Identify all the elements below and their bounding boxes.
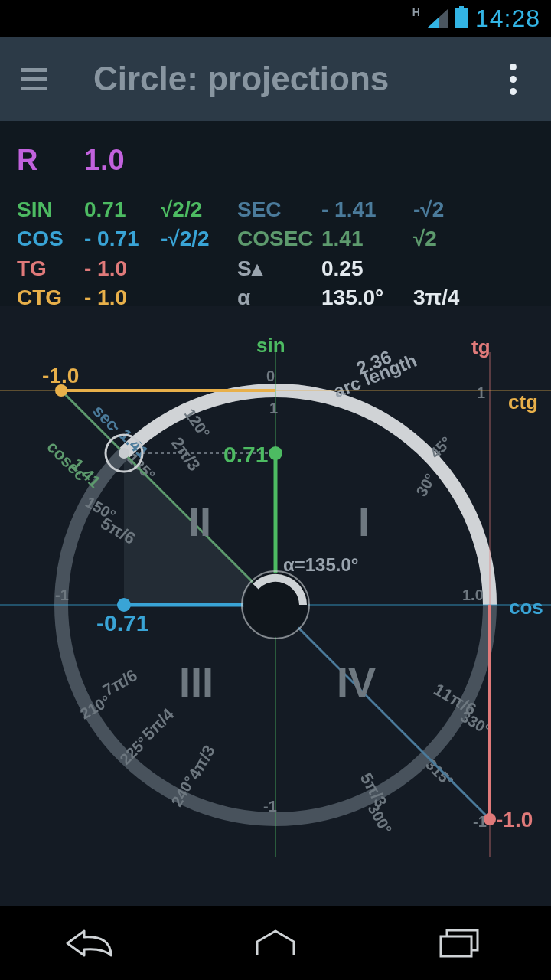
radius-value: 1.0 — [84, 144, 125, 176]
svg-point-37 — [119, 448, 129, 459]
svg-text:IV: IV — [337, 659, 376, 705]
tg-tick-top: 1 — [477, 384, 485, 401]
cos-point-value: -0.71 — [96, 610, 148, 635]
system-navbar — [0, 906, 551, 980]
overflow-menu-icon[interactable] — [497, 37, 528, 121]
svg-point-32 — [484, 813, 496, 825]
ctg-point-value: -1.0 — [42, 364, 79, 387]
tg-label: TG — [17, 253, 84, 283]
tg-value: - 1.0 — [84, 253, 161, 283]
cos-value: - 0.71 — [84, 224, 161, 253]
alpha-center-label: α=135.0° — [283, 554, 358, 575]
page-title: Circle: projections — [93, 60, 389, 98]
tg-axis-label: tg — [471, 335, 491, 358]
area-label: S▴ — [237, 253, 321, 283]
svg-text:7π/6: 7π/6 — [99, 665, 141, 700]
status-bar: H 14:28 — [0, 0, 551, 37]
svg-text:4π/3: 4π/3 — [184, 742, 219, 783]
signal-icon — [428, 9, 448, 28]
cosec-sym: √2 — [413, 224, 459, 253]
svg-text:II: II — [188, 498, 211, 544]
sin-sym: √2/2 — [161, 195, 237, 224]
svg-rect-2 — [459, 6, 464, 8]
radius-row: R 1.0 — [17, 144, 534, 177]
clock: 14:28 — [475, 5, 540, 33]
cosec-label: COSEC — [237, 224, 321, 253]
sec-label: SEC — [237, 195, 321, 224]
app-bar: Circle: projections — [0, 37, 551, 121]
cos-sym: -√2/2 — [161, 224, 237, 253]
svg-point-34 — [269, 446, 282, 460]
cosec-value: 1.41 — [321, 224, 413, 253]
sec-value: - 1.41 — [321, 195, 413, 224]
unit-circle-diagram[interactable]: 2.36 arc length 45° 30° 120° 135° 150° 2… — [0, 306, 551, 903]
sin-axis-label: sin — [256, 334, 285, 357]
sin-tick-top: 0 — [266, 368, 275, 384]
hamburger-icon[interactable] — [21, 68, 47, 90]
svg-marker-1 — [428, 18, 439, 28]
svg-rect-3 — [455, 8, 468, 28]
tg-point-value: -1.0 — [496, 808, 533, 831]
area-sym — [413, 253, 459, 283]
trig-table: SIN 0.71 √2/2 SEC - 1.41 -√2 COS - 0.71 … — [17, 195, 459, 312]
ctg-axis-label: ctg — [508, 390, 538, 413]
svg-rect-45 — [441, 936, 471, 956]
cos-label: COS — [17, 224, 84, 253]
sin-value: 0.71 — [84, 195, 161, 224]
sec-sym: -√2 — [413, 195, 459, 224]
sin-tick-one: 1 — [269, 400, 278, 416]
network-badge: H — [412, 6, 420, 18]
svg-text:30°: 30° — [412, 471, 439, 499]
sin-label: SIN — [17, 195, 84, 224]
values-panel: R 1.0 SIN 0.71 √2/2 SEC - 1.41 -√2 COS -… — [0, 121, 551, 331]
battery-icon — [455, 6, 468, 31]
svg-text:III: III — [179, 659, 214, 705]
back-button[interactable] — [46, 920, 138, 966]
cos-tick-right: 1.0 — [462, 586, 484, 603]
tg-sym — [161, 253, 237, 283]
svg-text:5π/4: 5π/4 — [139, 704, 178, 744]
sin-point-value: 0.71 — [223, 442, 268, 467]
svg-point-38 — [243, 573, 308, 637]
cos-axis-label: cos — [509, 596, 543, 619]
area-value: 0.25 — [321, 253, 413, 283]
cos-tick-left: -1 — [55, 586, 69, 603]
recents-button[interactable] — [413, 920, 505, 966]
svg-text:I: I — [358, 498, 370, 544]
sin-tick-bot: -1 — [263, 798, 277, 815]
home-button[interactable] — [230, 920, 321, 966]
radius-label: R — [17, 144, 37, 176]
